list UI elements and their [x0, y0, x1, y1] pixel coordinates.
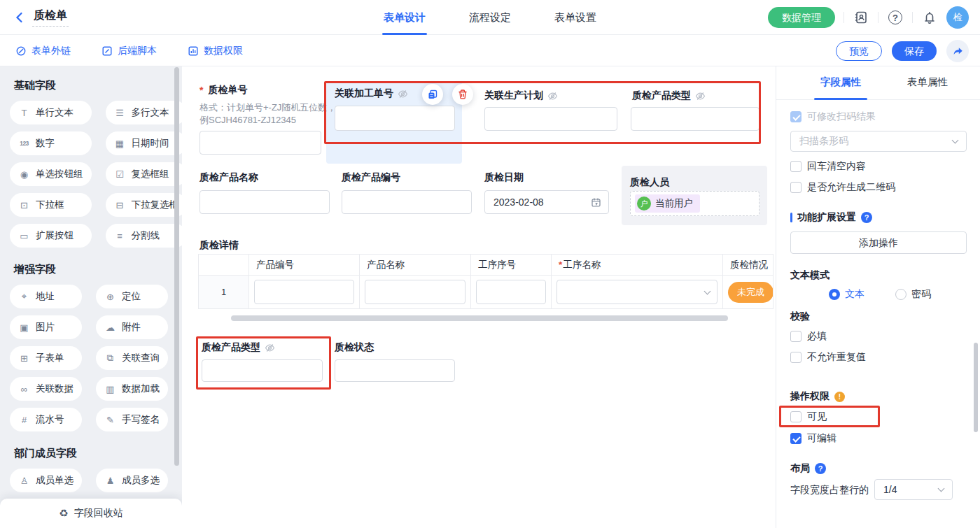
visible-checkbox[interactable]	[790, 411, 802, 422]
help-icon[interactable]: ?	[887, 9, 904, 26]
sidebar-item-divider-line[interactable]: ≡分割线	[106, 224, 183, 248]
linked-work-order-input[interactable]	[335, 106, 455, 131]
field-product-type-top[interactable]: 质检产品类型	[631, 90, 761, 131]
sidebar-item-extend-button[interactable]: ▭扩展按钮	[10, 224, 92, 248]
section-operation-permission: 操作权限 !	[790, 390, 845, 403]
sidebar-item-subform[interactable]: ⊞子表单	[10, 346, 82, 370]
text-icon: T	[18, 108, 30, 118]
qc-date-input[interactable]: 2023-02-08	[484, 190, 609, 214]
sidebar-item-linked-data[interactable]: ∞关联数据	[10, 377, 82, 401]
field-recycle-bin[interactable]: ♻ 字段回收站	[0, 499, 182, 528]
qc-number-input[interactable]	[200, 131, 321, 155]
sidebar-item-data-load[interactable]: ▥数据加载	[96, 377, 168, 401]
scan-type-select[interactable]: 扫描条形码	[790, 131, 967, 152]
sidebar-item-image[interactable]: ▣图片	[10, 315, 82, 339]
radio-icon: ◉	[18, 169, 30, 180]
linked-production-plan-input[interactable]	[484, 107, 617, 131]
password-mode-radio[interactable]	[895, 289, 906, 300]
data-permission-link[interactable]: 数据权限	[188, 45, 243, 57]
data-manage-button[interactable]: 数据管理	[768, 7, 835, 28]
product-type-bottom-input[interactable]	[202, 359, 323, 382]
field-qc-person[interactable]: 质检人员 户 当前用户	[622, 166, 767, 225]
copy-field-button[interactable]	[422, 84, 443, 105]
cell-product-name	[360, 276, 471, 308]
panel-scrollbar[interactable]	[974, 343, 978, 432]
no-duplicate-checkbox[interactable]	[790, 352, 802, 363]
share-arrow-icon	[951, 45, 964, 57]
copy-icon	[427, 89, 438, 100]
subform-horizontal-scrollbar[interactable]	[231, 315, 728, 321]
sidebar-item-attachment[interactable]: ☁附件	[96, 315, 168, 339]
col-header-product-name: 产品名称	[360, 255, 471, 276]
calendar-icon: ▦	[114, 138, 126, 149]
tab-form-setting[interactable]: 表单设置	[554, 0, 596, 35]
step-name-select[interactable]	[556, 280, 718, 304]
preview-button[interactable]: 预览	[836, 41, 882, 61]
field-linked-production-plan[interactable]: 关联生产计划	[484, 90, 619, 131]
multi-dropdown-icon: ⊟	[114, 200, 126, 211]
enter-clear-checkbox[interactable]	[790, 161, 802, 172]
sidebar-item-multi-dropdown[interactable]: ⊟下拉复选框	[106, 193, 183, 217]
contacts-book-icon[interactable]	[853, 9, 869, 26]
field-width-select[interactable]: 1/4	[874, 479, 953, 500]
field-product-name[interactable]: 质检产品名称	[200, 171, 332, 214]
form-external-link[interactable]: 表单外链	[15, 45, 71, 57]
product-number-input[interactable]	[342, 190, 472, 214]
sidebar-item-datetime[interactable]: ▦日期时间	[106, 131, 183, 155]
sidebar-item-multi-line-text[interactable]: ☰多行文本	[106, 101, 183, 124]
sidebar-item-member-single[interactable]: ♙成员单选	[10, 469, 82, 492]
tab-form-design[interactable]: 表单设计	[384, 0, 426, 35]
product-name-cell-input[interactable]	[365, 280, 465, 304]
editable-checkbox[interactable]	[790, 433, 802, 444]
sidebar-item-checkbox-group[interactable]: ☑复选框组	[106, 162, 183, 186]
tab-field-properties[interactable]: 字段属性	[814, 76, 867, 89]
page-title[interactable]: 质检单	[32, 8, 69, 27]
required-checkbox[interactable]	[790, 331, 802, 342]
sidebar-item-linked-query[interactable]: ⧉关联查询	[96, 346, 168, 370]
sidebar-item-serial-number[interactable]: #流水号	[10, 408, 82, 431]
sidebar-item-signature[interactable]: ✎手写签名	[96, 408, 168, 431]
field-product-number[interactable]: 质检产品编号	[342, 171, 475, 214]
sidebar-item-geolocation[interactable]: ⊕定位	[96, 285, 168, 308]
sidebar-item-radio-group[interactable]: ◉单选按钮组	[10, 162, 92, 186]
share-button[interactable]	[946, 40, 969, 62]
sidebar-item-number[interactable]: 123数字	[10, 131, 92, 155]
field-product-type-bottom[interactable]: 质检产品类型	[202, 341, 328, 382]
sidebar-item-address[interactable]: ⌖地址	[10, 285, 82, 308]
sidebar-item-member-multi[interactable]: ♟成员多选	[96, 469, 168, 492]
tab-flow-setting[interactable]: 流程设定	[469, 0, 511, 35]
add-action-button[interactable]: 添加操作	[790, 231, 967, 254]
delete-field-button[interactable]	[452, 84, 473, 105]
notification-bell-icon[interactable]	[921, 9, 938, 26]
qc-status-input[interactable]	[335, 359, 455, 382]
step-no-cell-input[interactable]	[476, 280, 546, 304]
modify-scan-result-checkbox[interactable]	[790, 111, 802, 122]
field-qc-number[interactable]: *质检单号 格式：计划单号+-ZJ随机五位数，例SCJH46781-ZJ1234…	[200, 84, 337, 155]
save-button[interactable]: 保存	[892, 41, 937, 61]
section-title-member-fields: 部门成员字段	[14, 447, 167, 460]
col-header-rownum	[199, 255, 249, 276]
help-icon[interactable]: ?	[861, 212, 872, 223]
button-icon: ▭	[18, 231, 30, 241]
sidebar-item-dropdown[interactable]: ⊡下拉框	[10, 193, 92, 217]
user-avatar[interactable]: 检	[946, 6, 969, 29]
backend-script-link[interactable]: 后端脚本	[102, 45, 157, 57]
sidebar-scrollbar[interactable]	[174, 67, 179, 466]
cell-step-name	[552, 276, 723, 308]
back-button[interactable]	[11, 9, 28, 26]
eye-off-icon	[265, 343, 275, 353]
product-no-cell-input[interactable]	[254, 280, 354, 304]
status-badge: 未完成	[728, 282, 774, 303]
product-name-input[interactable]	[200, 190, 330, 214]
help-icon[interactable]: ?	[815, 463, 826, 474]
tab-form-properties[interactable]: 表单属性	[901, 76, 954, 89]
field-qc-date[interactable]: 质检日期 2023-02-08	[484, 171, 610, 214]
field-qc-status[interactable]: 质检状态	[335, 341, 457, 382]
product-type-top-input[interactable]	[631, 107, 760, 131]
sidebar-item-single-line-text[interactable]: T单行文本	[10, 101, 92, 124]
text-mode-radio[interactable]	[829, 289, 840, 300]
divider	[912, 12, 913, 23]
qc-person-value-box[interactable]: 户 当前用户	[630, 191, 760, 216]
allow-qr-checkbox[interactable]	[790, 182, 802, 193]
person-icon: ♙	[18, 476, 30, 486]
